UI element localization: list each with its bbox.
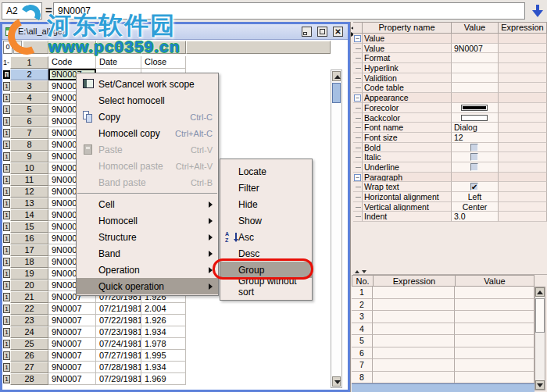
property-row-value[interactable]: Value9N0007 — [353, 44, 547, 54]
row-header-19[interactable]: 19 — [10, 268, 48, 280]
band-indicator[interactable]: 1 — [3, 94, 10, 102]
menu-item-homocell-paste[interactable]: Homocell pasteCtrl+Alt-V — [77, 158, 218, 174]
property-row-font-size[interactable]: Font size12 — [353, 133, 547, 143]
tree-expander[interactable]: − — [353, 93, 363, 103]
checkbox-checked[interactable]: ✔ — [470, 183, 478, 191]
property-value[interactable] — [452, 152, 499, 162]
expression-cell[interactable] — [373, 335, 455, 347]
band-indicator[interactable]: 1 — [3, 141, 10, 149]
grid-cell[interactable]: 1.978 — [141, 338, 186, 350]
grid-vertical-scrollbar[interactable] — [331, 69, 342, 388]
row-header-26[interactable]: 26 — [10, 350, 48, 362]
scroll-up-button[interactable] — [332, 71, 341, 81]
row-header-28[interactable]: 28 — [10, 373, 48, 385]
property-expression[interactable] — [499, 73, 547, 84]
property-expression[interactable] — [499, 202, 547, 212]
property-row-backcolor[interactable]: Backcolor — [353, 113, 547, 123]
grid-cell[interactable]: 07/28/1981 — [96, 362, 141, 373]
band-indicator[interactable]: 1 — [3, 164, 10, 173]
grid-cell[interactable]: Close — [141, 56, 186, 69]
band-indicator[interactable]: 1 — [3, 269, 10, 278]
property-expression[interactable] — [499, 173, 547, 183]
band-indicator[interactable]: 1 — [3, 223, 10, 231]
grid-cell[interactable]: 9N0007 — [48, 350, 96, 362]
band-indicator[interactable]: 1 — [3, 234, 10, 243]
collapse-icon[interactable]: − — [354, 174, 361, 181]
property-row-indent[interactable]: Indent3.0 — [353, 212, 547, 222]
scroll-up-button[interactable] — [535, 287, 545, 297]
row-header-24[interactable]: 24 — [10, 326, 48, 338]
row-header-12[interactable]: 12 — [10, 186, 48, 198]
collapse-icon[interactable]: − — [354, 94, 361, 102]
grid-cell[interactable]: 1.934 — [141, 326, 186, 338]
expression-cell[interactable] — [373, 359, 455, 372]
grid-corner-header[interactable] — [23, 41, 48, 54]
expression-cell[interactable] — [373, 372, 455, 384]
tree-expander[interactable]: − — [353, 34, 363, 44]
band-indicator[interactable]: 1 — [3, 305, 10, 313]
row-header-7[interactable]: 7 — [10, 127, 48, 139]
grid-cell[interactable]: 1.969 — [141, 373, 186, 385]
row-header-4[interactable]: 4 — [10, 92, 48, 104]
band-indicator[interactable]: 1 — [3, 246, 10, 255]
expression-cell[interactable] — [373, 287, 455, 299]
value-cell[interactable] — [455, 372, 534, 384]
partial-selected-row[interactable] — [352, 383, 534, 392]
band-indicator[interactable]: 1 — [3, 152, 10, 161]
band-indicator[interactable]: 1 — [3, 211, 10, 219]
row-header-16[interactable]: 16 — [10, 233, 48, 244]
property-row-vertical-alignment[interactable]: Vertical alignmentCenter — [353, 202, 547, 212]
grid-cell[interactable]: Date — [96, 56, 141, 69]
grid-cell[interactable]: 9N0007 — [48, 326, 96, 338]
band-indicator[interactable]: 1 — [3, 176, 10, 184]
color-swatch[interactable] — [461, 115, 488, 121]
formula-dropdown-button[interactable] — [530, 3, 545, 20]
expression-cell[interactable] — [373, 311, 455, 323]
property-value-header[interactable]: Value — [452, 23, 499, 33]
property-expression[interactable] — [499, 143, 547, 153]
property-value[interactable] — [452, 73, 499, 84]
grid-cell[interactable]: 1.926 — [141, 315, 186, 326]
table-scroll-thumb[interactable] — [535, 298, 545, 333]
row-header-2[interactable]: 2 — [10, 69, 48, 80]
band-indicator[interactable]: 1 — [3, 117, 10, 126]
grid-cell[interactable]: 9N0007 — [48, 303, 96, 315]
grid-cell[interactable]: 9N0007 — [48, 315, 96, 326]
grid-cell[interactable]: 1.934 — [141, 362, 186, 373]
value-cell[interactable] — [455, 347, 534, 360]
row-header-3[interactable]: 3 — [10, 80, 48, 92]
property-row-format[interactable]: Format — [353, 53, 547, 63]
row-header-17[interactable]: 17 — [10, 244, 48, 256]
value-cell[interactable] — [455, 287, 534, 299]
grid-cell[interactable]: 07/29/1981 — [96, 373, 141, 385]
submenu-item-locate[interactable]: Locate — [220, 163, 312, 180]
property-expression[interactable] — [499, 162, 547, 173]
scroll-down-button[interactable] — [535, 380, 545, 390]
grid-cell[interactable]: 9N0007 — [48, 338, 96, 350]
row-header-9[interactable]: 9 — [10, 151, 48, 162]
menu-item-cell[interactable]: Cell — [77, 196, 218, 212]
property-expression-header[interactable]: Expression — [499, 23, 547, 33]
property-expression[interactable] — [499, 34, 547, 44]
menu-item-operation[interactable]: Operation — [77, 262, 218, 278]
property-expression[interactable] — [499, 63, 547, 73]
row-header-14[interactable]: 14 — [10, 209, 48, 221]
property-row-validition[interactable]: Validition — [353, 73, 547, 84]
property-row-paragraph[interactable]: −Paragraph — [353, 173, 547, 183]
band-indicator[interactable]: 1 — [3, 328, 10, 337]
band-indicator[interactable]: 1 — [3, 129, 10, 137]
property-value[interactable]: Dialog — [452, 123, 499, 133]
band-indicator[interactable]: 1 — [3, 363, 10, 372]
band-indicator[interactable]: 1 — [3, 187, 10, 196]
property-row-value[interactable]: −Value — [353, 34, 547, 44]
property-value[interactable]: 9N0007 — [452, 44, 499, 54]
column-header-A[interactable]: A — [48, 41, 96, 54]
row-header-11[interactable]: 11 — [10, 174, 48, 186]
value-cell[interactable] — [455, 359, 534, 372]
property-row-code-table[interactable]: Code table — [353, 83, 547, 93]
grid-cell[interactable]: 07/22/1981 — [96, 315, 141, 326]
row-header-5[interactable]: 5 — [10, 104, 48, 116]
expression-cell[interactable] — [373, 299, 455, 312]
scroll-down-button[interactable] — [332, 376, 341, 387]
submenu-item-asc[interactable]: AZAsc — [220, 229, 312, 245]
